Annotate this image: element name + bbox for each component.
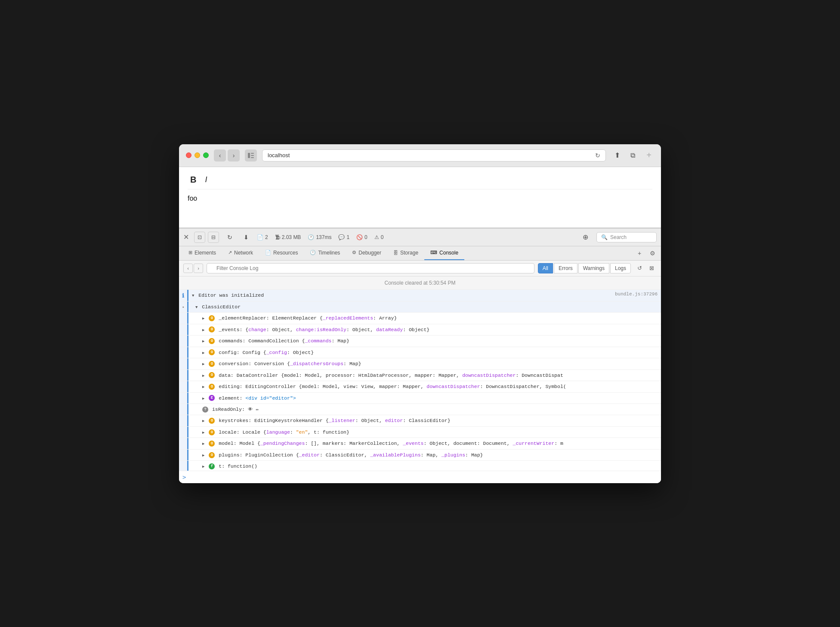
tab-timelines[interactable]: 🕐 Timelines	[304, 246, 346, 260]
sidebar-toggle-button[interactable]	[245, 149, 257, 161]
log-entry-plugins: O plugins: PluginCollection {_editor: Cl…	[179, 450, 661, 461]
filter-errors-button[interactable]: Errors	[554, 263, 578, 273]
network-tab-icon: ↗	[228, 250, 232, 255]
close-button[interactable]	[186, 152, 191, 158]
element-picker-button[interactable]: ⊕	[579, 231, 591, 243]
italic-button[interactable]: I	[202, 174, 210, 186]
expand-arrow-commands[interactable]	[202, 337, 204, 345]
model-content: O model: Model {_pendingChanges: [], mar…	[188, 438, 661, 449]
devtools-close-button[interactable]: ✕	[183, 233, 189, 241]
icon-t: f	[209, 463, 215, 469]
bold-button[interactable]: B	[188, 174, 199, 186]
devtools-reload-button[interactable]: ↻	[224, 232, 235, 243]
expand-arrow-events[interactable]	[202, 326, 204, 334]
prompt-arrow: >	[182, 474, 186, 481]
address-bar[interactable]: localhost ↻	[262, 149, 606, 161]
expand-arrow-plugins[interactable]	[202, 451, 204, 459]
console-clear-button[interactable]: ↺	[634, 263, 645, 273]
share-button[interactable]: ⬆	[611, 149, 623, 161]
element-content: E element: <div id="editor">	[188, 393, 661, 404]
logs-icon: 💬	[338, 234, 345, 240]
tab-elements[interactable]: ⊞ Elements	[182, 246, 222, 260]
expand-arrow-data[interactable]	[202, 372, 204, 379]
devtools-layout-btn-2[interactable]: ⊟	[208, 232, 219, 243]
storage-tab-icon: 🗄	[393, 250, 398, 255]
plugins-gutter	[179, 450, 188, 461]
editor-toolbar: B I	[188, 174, 652, 189]
nav-buttons: ‹ ›	[214, 149, 240, 161]
new-tab-button[interactable]: ⧉	[627, 149, 639, 161]
editor-content[interactable]: foo	[188, 195, 652, 220]
log-entry-content: Editor was initialized	[188, 290, 611, 301]
devtools-tabs: ⊞ Elements ↗ Network 📄 Resources 🕐 Timel…	[179, 246, 661, 261]
tab-console[interactable]: ⌨ Console	[424, 246, 464, 260]
t-gutter	[179, 461, 188, 470]
key-element-replacer: _elementReplacer: ElementReplacer {	[219, 315, 323, 321]
maximize-button[interactable]	[203, 152, 209, 158]
tab-resources[interactable]: 📄 Resources	[259, 246, 304, 260]
filter-input-wrapper: 🔍	[207, 263, 534, 273]
add-tab-button[interactable]: +	[634, 248, 645, 258]
isreadonly-gutter	[179, 404, 188, 415]
classic-editor-gutter: ●	[179, 301, 188, 313]
debugger-tab-icon: ⚙	[352, 250, 356, 255]
back-button[interactable]: ‹	[214, 149, 226, 161]
val-events-3: dataReady	[376, 327, 403, 332]
forward-button[interactable]: ›	[228, 149, 240, 161]
title-bar: ‹ › localhost ↻ ⬆ ⧉ +	[179, 144, 661, 167]
stat-files: 📄 2	[257, 234, 268, 240]
data-content: O data: DataController {model: Model, pr…	[188, 370, 661, 381]
tab-debugger[interactable]: ⚙ Debugger	[346, 246, 387, 260]
console-tab-icon: ⌨	[430, 250, 437, 255]
expand-arrow-element[interactable]	[202, 394, 204, 402]
devtools-layout-btn-1[interactable]: ⊡	[194, 232, 205, 243]
expand-arrow-conversion[interactable]	[202, 360, 204, 368]
add-button[interactable]: +	[644, 150, 654, 161]
expand-arrow-main[interactable]	[192, 292, 194, 299]
tab-network[interactable]: ↗ Network	[222, 246, 259, 260]
val-plugins-2: _availablePlugins	[370, 452, 420, 458]
stat-warnings: ⚠ 0	[374, 234, 384, 240]
filter-input[interactable]	[207, 263, 534, 273]
filter-prev-button[interactable]: ‹	[183, 264, 193, 273]
resources-tab-icon: 📄	[265, 250, 271, 255]
filter-warnings-button[interactable]: Warnings	[578, 263, 609, 273]
devtools-download-button[interactable]: ⬇	[241, 232, 252, 243]
icon-element-replacer: O	[209, 315, 215, 321]
colon-1: : Array}	[373, 315, 397, 321]
expand-arrow-config[interactable]	[202, 349, 204, 357]
editing-content: O editing: EditingController {model: Mod…	[188, 381, 661, 392]
t-content: f t: function()	[188, 461, 661, 470]
reload-button[interactable]: ↻	[595, 152, 600, 159]
settings-button[interactable]: ⚙	[647, 248, 658, 258]
expand-arrow-element-replacer[interactable]	[202, 314, 204, 322]
filter-all-button[interactable]: All	[538, 263, 553, 273]
expand-arrow-model[interactable]	[202, 440, 204, 447]
filter-nav: ‹ ›	[183, 264, 203, 273]
val-conversion: _dispatchersGroups	[290, 361, 343, 366]
key-data: data: DataController {model: Model, proc…	[219, 372, 462, 378]
expand-arrow-t[interactable]	[202, 462, 204, 470]
config-gutter	[179, 347, 188, 358]
console-trash-button[interactable]: ⊠	[646, 263, 657, 273]
events-gutter	[179, 324, 188, 335]
expand-arrow-keystrokes[interactable]	[202, 417, 204, 425]
console-input[interactable]	[188, 474, 658, 480]
devtools-panel-buttons: ⊡ ⊟	[194, 232, 219, 243]
isreadonly-content: ? isReadOnly: 👁 ✏	[188, 404, 661, 415]
val-keystrokes-2: editor	[385, 418, 403, 423]
tab-storage[interactable]: 🗄 Storage	[387, 246, 424, 260]
plugins-content: O plugins: PluginCollection {_editor: Cl…	[188, 450, 661, 461]
filter-next-button[interactable]: ›	[194, 264, 203, 273]
devtools-search-bar[interactable]: 🔍 Search	[596, 232, 657, 242]
log-entry-gutter: ℹ	[179, 290, 188, 301]
console-output[interactable]: ℹ Editor was initialized bundle.js:37296…	[179, 290, 661, 471]
filter-logs-button[interactable]: Logs	[610, 263, 631, 273]
console-prompt: >	[179, 471, 661, 483]
minimize-button[interactable]	[195, 152, 200, 158]
log-entry-keystrokes: O keystrokes: EditingKeystrokeHandler {_…	[179, 415, 661, 427]
expand-arrow-locale[interactable]	[202, 428, 204, 436]
expand-arrow-classic-editor[interactable]	[195, 303, 198, 311]
config-colon: : Object}	[287, 350, 314, 355]
expand-arrow-editing[interactable]	[202, 383, 204, 391]
